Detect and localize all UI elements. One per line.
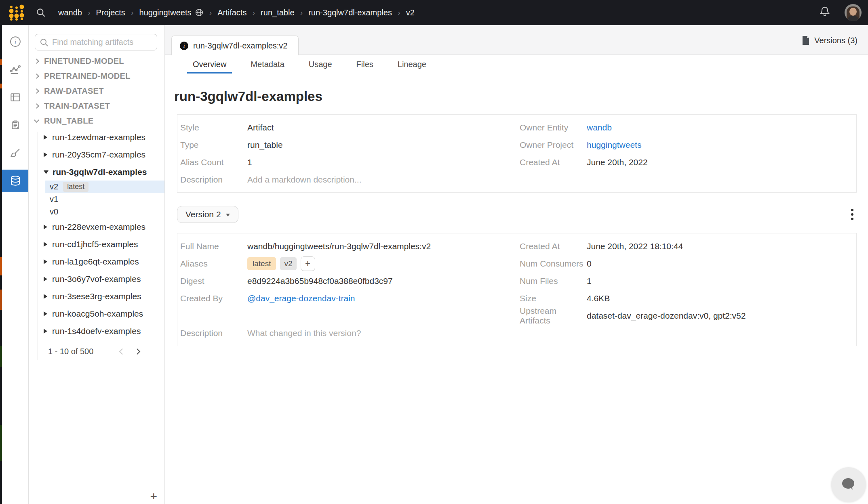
field-value: June 20th, 2022 — [587, 158, 648, 167]
created-by-link[interactable]: @dav_erage-dozendav-train — [247, 294, 355, 303]
line-chart-icon — [9, 63, 21, 76]
notifications-bell-icon[interactable] — [819, 6, 831, 19]
tree-item-run-1zewdmar[interactable]: run-1zewdmar-examples — [29, 128, 164, 146]
breadcrumb-project[interactable]: huggingtweets — [139, 8, 192, 17]
category-label: FINETUNED-MODEL — [44, 57, 124, 66]
user-avatar[interactable] — [845, 4, 862, 21]
field-label: Type — [180, 140, 247, 150]
tree-item-run-3gqlw7dl[interactable]: run-3gqlw7dl-examples — [29, 163, 164, 181]
triangle-right-icon — [44, 259, 47, 264]
owner-project-link[interactable]: huggingtweets — [587, 140, 641, 150]
field-value: 0 — [587, 259, 592, 269]
breadcrumb-version[interactable]: v2 — [406, 8, 415, 17]
tab-overview[interactable]: Overview — [192, 55, 227, 74]
breadcrumb-separator: › — [398, 8, 400, 17]
breadcrumb-separator: › — [300, 8, 303, 17]
wandb-logo-icon[interactable] — [7, 4, 26, 21]
caret-down-icon — [226, 214, 230, 216]
tree-item-version-v2[interactable]: v2 latest — [45, 181, 164, 193]
run-label: run-1s4doefv-examples — [52, 326, 141, 336]
rail-artifacts-button[interactable] — [2, 170, 28, 192]
description-placeholder[interactable]: Add a markdown description... — [247, 175, 361, 185]
artifact-search[interactable] — [35, 34, 157, 50]
field-value: run_table — [247, 140, 283, 150]
broom-icon — [9, 147, 21, 159]
spacer-row — [177, 307, 517, 324]
tab-metadata[interactable]: Metadata — [250, 55, 285, 74]
alias-badge-v2[interactable]: v2 — [280, 257, 296, 270]
rail-tables-button[interactable] — [2, 86, 28, 109]
rail-reports-button[interactable] — [2, 114, 28, 136]
tree-item-run-koacg5oh[interactable]: run-koacg5oh-examples — [29, 305, 164, 322]
tree-item-version-v1[interactable]: v1 — [45, 193, 164, 206]
tab-lineage[interactable]: Lineage — [397, 55, 427, 74]
tab-files[interactable]: Files — [356, 55, 374, 74]
add-alias-button[interactable]: + — [301, 256, 315, 271]
sidebar-category-run-table[interactable]: RUN_TABLE — [29, 113, 164, 128]
pagination-range-label: 1 - 10 of 500 — [48, 347, 93, 356]
version-description-placeholder[interactable]: What changed in this version? — [247, 328, 361, 338]
version-details-panel: Full Name wandb/huggingtweets/run-3gqlw7… — [177, 233, 857, 346]
artifact-version-tab[interactable]: i run-3gqlw7dl-examples:v2 — [171, 36, 299, 55]
triangle-right-icon — [44, 311, 47, 316]
tab-usage[interactable]: Usage — [308, 55, 333, 74]
version-dropdown-button[interactable]: Version 2 — [177, 206, 238, 223]
chevron-down-icon — [34, 118, 39, 123]
breadcrumb-artifact-name[interactable]: run-3gqlw7dl-examples — [308, 8, 392, 17]
versions-button[interactable]: Versions (3) — [801, 33, 857, 48]
field-label: Owner Entity — [520, 123, 587, 132]
field-value: Artifact — [247, 123, 274, 132]
search-icon — [39, 38, 49, 47]
breadcrumb-entity[interactable]: wandb — [58, 8, 82, 17]
tree-item-run-3o6y7vof[interactable]: run-3o6y7vof-examples — [29, 270, 164, 288]
rail-sweeps-button[interactable] — [2, 142, 28, 164]
tree-item-run-cd1jhcf5[interactable]: run-cd1jhcf5-examples — [29, 235, 164, 253]
owner-entity-link[interactable]: wandb — [587, 123, 612, 132]
rail-info-button[interactable]: i — [2, 30, 28, 53]
sidebar-footer: + — [29, 488, 164, 504]
latest-badge: latest — [63, 182, 88, 192]
pagination-next-icon[interactable] — [134, 349, 141, 355]
field-type: Type run_table — [177, 136, 517, 153]
alias-badge-latest[interactable]: latest — [247, 257, 276, 270]
tree-item-version-v0[interactable]: v0 — [45, 206, 164, 218]
sidebar-category-train-dataset[interactable]: TRAIN-DATASET — [29, 99, 164, 113]
triangle-down-icon — [44, 170, 48, 174]
sidebar-category-finetuned-model[interactable]: FINETUNED-MODEL — [29, 54, 164, 69]
add-artifact-button[interactable]: + — [150, 490, 157, 502]
tree-item-run-228evxem[interactable]: run-228evxem-examples — [29, 218, 164, 235]
run-label: run-cd1jhcf5-examples — [52, 239, 138, 249]
breadcrumb-artifact-type[interactable]: run_table — [261, 8, 294, 17]
version-selector-row: Version 2 — [177, 206, 857, 223]
breadcrumb-artifacts[interactable]: Artifacts — [217, 8, 246, 17]
rail-charts-button[interactable] — [2, 58, 28, 81]
tree-item-run-1s4doefv[interactable]: run-1s4doefv-examples — [29, 322, 164, 340]
help-chat-button[interactable] — [831, 467, 866, 502]
tree-item-run-3sese3rg[interactable]: run-3sese3rg-examples — [29, 288, 164, 305]
document-icon — [801, 36, 810, 45]
artifact-tree: run-1zewdmar-examples run-20y35cm7-examp… — [29, 128, 164, 356]
field-value: 1 — [587, 276, 592, 286]
field-alias-count: Alias Count 1 — [177, 153, 517, 171]
run-label: run-3sese3rg-examples — [52, 292, 141, 301]
database-icon — [9, 175, 21, 187]
run-label: run-3o6y7vof-examples — [52, 274, 141, 284]
breadcrumb: wandb › Projects › huggingtweets › Artif… — [58, 8, 415, 17]
sidebar-category-pretrained-model[interactable]: PRETRAINED-MODEL — [29, 69, 164, 84]
search-icon[interactable] — [36, 7, 46, 18]
field-value: June 20th, 2022 18:10:44 — [587, 242, 683, 251]
field-owner-project: Owner Project huggingtweets — [517, 136, 856, 153]
version-label: v0 — [50, 207, 58, 216]
field-value: 1 — [247, 158, 252, 167]
overflow-menu-button[interactable] — [848, 206, 857, 223]
field-label: Owner Project — [520, 140, 587, 150]
clipboard-icon — [9, 119, 21, 131]
sidebar-category-raw-dataset[interactable]: RAW-DATASET — [29, 84, 164, 99]
run-label: run-1zewdmar-examples — [52, 132, 145, 142]
tree-item-run-20y35cm7[interactable]: run-20y35cm7-examples — [29, 146, 164, 163]
pagination-prev-icon[interactable] — [119, 349, 126, 355]
breadcrumb-projects[interactable]: Projects — [96, 8, 125, 17]
field-value: 4.6KB — [587, 294, 610, 303]
search-input[interactable] — [52, 38, 153, 47]
tree-item-run-la1ge6qt[interactable]: run-la1ge6qt-examples — [29, 253, 164, 270]
